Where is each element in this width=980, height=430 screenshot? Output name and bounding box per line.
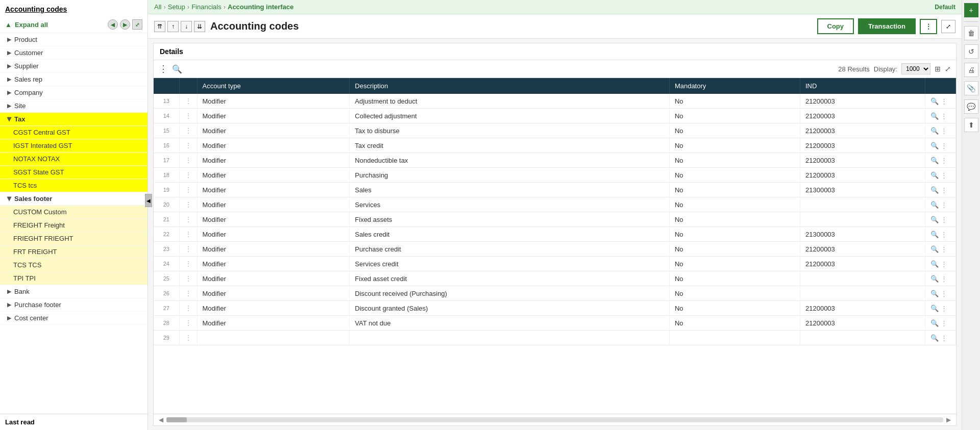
sidebar-item-purchase-footer[interactable]: ▶ Purchase footer [0,298,148,312]
sidebar-item-site[interactable]: ▶ Site [0,99,148,113]
expand-all-item[interactable]: ▲ Expand all ◀ ▶ ⤢ [0,16,148,33]
copy-button[interactable]: Copy [817,18,854,34]
drag-handle[interactable]: ⋮ [179,257,197,271]
drag-handle[interactable]: ⋮ [179,331,197,345]
row-more-icon[interactable]: ⋮ [941,260,947,268]
row-search-icon[interactable]: 🔍 [930,157,939,164]
row-more-icon[interactable]: ⋮ [941,334,947,342]
sidebar-item-tpi[interactable]: TPI TPI [0,272,148,285]
sidebar-item-sgst[interactable]: SGST State GST [0,166,148,179]
row-search-icon[interactable]: 🔍 [930,186,939,194]
drag-handle[interactable]: ⋮ [179,212,197,227]
attach-button[interactable]: 📎 [964,81,978,95]
breadcrumb-all[interactable]: All [154,3,161,11]
row-more-icon[interactable]: ⋮ [941,305,947,312]
sort-down-button[interactable]: ↓ [181,21,192,32]
sidebar-collapse-button[interactable]: ◀ [145,194,152,207]
sidebar-item-bank[interactable]: ▶ Bank [0,285,148,298]
drag-handle[interactable]: ⋮ [179,316,197,331]
sidebar-item-cgst[interactable]: CGST Central GST [0,126,148,139]
transaction-button[interactable]: Transaction [858,18,916,34]
row-more-icon[interactable]: ⋮ [941,245,947,253]
drag-handle[interactable]: ⋮ [179,197,197,212]
drag-handle[interactable]: ⋮ [179,109,197,123]
sidebar-item-product[interactable]: ▶ Product [0,33,148,46]
scroll-left-button[interactable]: ◀ [159,416,163,423]
row-more-icon[interactable]: ⋮ [941,97,947,105]
row-more-icon[interactable]: ⋮ [941,201,947,209]
data-table-wrapper[interactable]: Account type Description Mandatory IND 1… [154,78,956,414]
sidebar-item-igst[interactable]: IGST Interated GST [0,139,148,153]
sidebar-item-notax[interactable]: NOTAX NOTAX [0,153,148,166]
row-search-icon[interactable]: 🔍 [930,112,939,120]
drag-handle[interactable]: ⋮ [179,242,197,257]
row-more-icon[interactable]: ⋮ [941,216,947,223]
row-more-icon[interactable]: ⋮ [941,231,947,238]
refresh-button[interactable]: ↺ [964,44,978,59]
row-more-icon[interactable]: ⋮ [941,319,947,327]
table-menu-button[interactable]: ⋮ [159,63,168,74]
print-button[interactable]: 🖨 [964,63,978,77]
sidebar-item-customer[interactable]: ▶ Customer [0,46,148,60]
col-description[interactable]: Description [350,78,670,94]
col-ind[interactable]: IND [800,78,925,94]
sidebar-item-sales-rep[interactable]: ▶ Sales rep [0,73,148,86]
more-options-button[interactable]: ⋮ [920,19,937,34]
drag-handle[interactable]: ⋮ [179,271,197,286]
nav-next-button[interactable]: ▶ [120,19,130,30]
drag-handle[interactable]: ⋮ [179,168,197,183]
row-search-icon[interactable]: 🔍 [930,171,939,179]
expand-view-button[interactable]: ⤢ [132,19,142,30]
delete-button[interactable]: 🗑 [964,26,978,40]
comment-button[interactable]: 💬 [964,99,978,114]
row-search-icon[interactable]: 🔍 [930,290,939,297]
row-search-icon[interactable]: 🔍 [930,260,939,268]
sidebar-item-frieght[interactable]: FRIEGHT FRIEGHT [0,232,148,245]
row-more-icon[interactable]: ⋮ [941,142,947,149]
horizontal-scrollbar[interactable]: ◀ ▶ [154,414,956,425]
row-more-icon[interactable]: ⋮ [941,127,947,135]
table-search-button[interactable]: 🔍 [172,64,182,74]
row-search-icon[interactable]: 🔍 [930,275,939,283]
row-search-icon[interactable]: 🔍 [930,201,939,209]
drag-handle[interactable]: ⋮ [179,183,197,197]
row-search-icon[interactable]: 🔍 [930,127,939,135]
col-mandatory[interactable]: Mandatory [669,78,800,94]
drag-handle[interactable]: ⋮ [179,94,197,109]
sidebar-item-custom[interactable]: CUSTOM Custom [0,206,148,219]
sidebar-item-tcs2[interactable]: TCS TCS [0,259,148,272]
row-search-icon[interactable]: 🔍 [930,97,939,105]
row-search-icon[interactable]: 🔍 [930,216,939,223]
drag-handle[interactable]: ⋮ [179,138,197,153]
nav-prev-button[interactable]: ◀ [108,19,118,30]
sort-bottom-button[interactable]: ⇊ [194,21,205,32]
sidebar-item-tcs[interactable]: TCS tcs [0,179,148,192]
fullscreen-button[interactable]: ⤢ [945,65,951,73]
col-account-type[interactable]: Account type [197,78,350,94]
sidebar-item-frt[interactable]: FRT FREIGHT [0,245,148,259]
sidebar-item-supplier[interactable]: ▶ Supplier [0,60,148,73]
row-search-icon[interactable]: 🔍 [930,245,939,253]
row-search-icon[interactable]: 🔍 [930,319,939,327]
sidebar-item-company[interactable]: ▶ Company [0,86,148,99]
upload-button[interactable]: ⬆ [964,118,978,132]
add-button[interactable]: + [964,3,978,17]
drag-handle[interactable]: ⋮ [179,301,197,316]
sort-top-button[interactable]: ⇈ [154,21,165,32]
sidebar-item-cost-center[interactable]: ▶ Cost center [0,312,148,325]
breadcrumb-financials[interactable]: Financials [191,3,222,11]
display-select[interactable]: 1000 500 100 [901,63,930,74]
row-search-icon[interactable]: 🔍 [930,334,939,342]
row-search-icon[interactable]: 🔍 [930,305,939,312]
expand-page-button[interactable]: ⤢ [941,20,955,33]
scroll-right-button[interactable]: ▶ [946,416,951,423]
row-more-icon[interactable]: ⋮ [941,290,947,297]
layer-button[interactable]: ⊞ [935,65,941,73]
sort-up-button[interactable]: ↑ [167,21,179,32]
drag-handle[interactable]: ⋮ [179,227,197,242]
row-search-icon[interactable]: 🔍 [930,142,939,149]
sidebar-item-sales-footer[interactable]: ▶ Sales footer [0,192,148,206]
drag-handle[interactable]: ⋮ [179,153,197,168]
row-more-icon[interactable]: ⋮ [941,157,947,164]
drag-handle[interactable]: ⋮ [179,123,197,138]
